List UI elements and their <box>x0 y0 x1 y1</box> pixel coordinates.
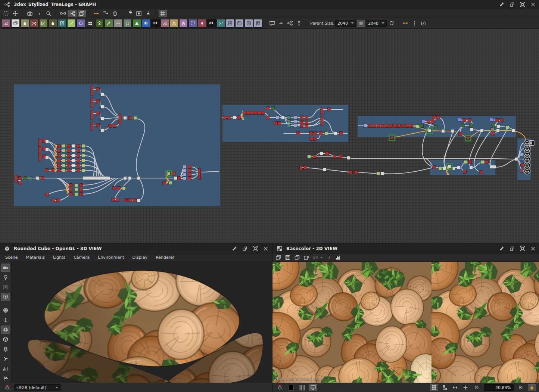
geometry-cube-uv-button[interactable] <box>1 335 10 343</box>
shape-node-button[interactable] <box>77 19 85 28</box>
maximize-icon[interactable] <box>252 246 258 252</box>
display-gamma-button[interactable] <box>309 384 317 391</box>
node-info-button[interactable]: i <box>35 10 43 17</box>
dot-link-button[interactable] <box>92 10 100 17</box>
dot-node-tool-button[interactable] <box>277 20 285 27</box>
geometry-fan-button[interactable] <box>1 355 10 363</box>
connect-nodes-button[interactable] <box>401 20 409 27</box>
light-node-button[interactable] <box>105 19 113 28</box>
search-button[interactable] <box>44 10 53 17</box>
graph-view-button[interactable] <box>68 10 77 17</box>
pin-tool-button[interactable] <box>295 20 303 27</box>
grayscale-conversion-node-button[interactable]: 01 <box>151 19 160 28</box>
geometry-plane-button[interactable] <box>1 345 10 353</box>
physical-size-button[interactable] <box>440 384 449 391</box>
scene-statistics-button[interactable] <box>1 364 10 373</box>
move-tool-button[interactable] <box>11 10 19 17</box>
render-settings-button[interactable] <box>1 293 10 301</box>
close-icon[interactable] <box>263 246 269 252</box>
warning-node-button[interactable] <box>170 19 178 28</box>
float-icon[interactable] <box>242 246 248 252</box>
view3d-render-canvas[interactable] <box>12 261 272 383</box>
pixel-processor-node-button[interactable] <box>235 19 244 28</box>
curve-node-button[interactable] <box>161 19 169 28</box>
float-icon[interactable] <box>509 1 515 7</box>
pyramid-node-button[interactable] <box>133 19 141 28</box>
fit-view-button[interactable] <box>451 384 459 391</box>
geometry-axes-button[interactable] <box>1 316 10 324</box>
elbow-connector-button[interactable] <box>102 10 110 17</box>
parent-size-width-select[interactable]: 2048 <box>335 20 356 27</box>
snap-frame-button[interactable] <box>419 20 427 27</box>
pin-icon[interactable] <box>499 1 505 7</box>
menu-display[interactable]: Display <box>133 255 148 260</box>
stack-view-button[interactable] <box>78 10 86 17</box>
splatter-node-button[interactable] <box>216 19 225 28</box>
camera-mode-button[interactable] <box>1 264 10 272</box>
copy-image-button[interactable] <box>293 254 301 261</box>
background-black-button[interactable] <box>287 384 295 391</box>
paint-node-button[interactable] <box>198 19 206 28</box>
clean-tool-button[interactable] <box>144 10 152 17</box>
color-layers-icon[interactable] <box>3 384 11 391</box>
compute-timer-button[interactable] <box>111 10 119 17</box>
transform-view-button[interactable] <box>302 254 311 261</box>
levels-node-button[interactable] <box>39 19 48 28</box>
pin-icon[interactable] <box>231 246 237 252</box>
view2d-texture-canvas[interactable] <box>272 262 539 383</box>
link-size-button[interactable] <box>357 20 365 27</box>
maximize-icon[interactable] <box>520 1 526 7</box>
value-processor-node-button[interactable] <box>254 19 262 28</box>
light-mode-button[interactable] <box>1 273 10 281</box>
view2d-viewport[interactable]: 2048 x 2048 (RGBA, 8bpc) <box>272 262 539 383</box>
hsl-node-button[interactable] <box>142 19 150 28</box>
menu-materials[interactable]: Materials <box>26 255 45 260</box>
selection-node-button[interactable] <box>189 19 197 28</box>
comment-button[interactable] <box>268 20 276 27</box>
bitmap-node-button[interactable] <box>2 19 10 28</box>
lock-zoom-button[interactable] <box>528 384 536 391</box>
tiling-grid-button[interactable] <box>430 384 438 391</box>
tools-button[interactable] <box>125 10 134 17</box>
menu-lights[interactable]: Lights <box>53 255 65 260</box>
view3d-viewport[interactable] <box>12 261 272 383</box>
blur-node-button[interactable] <box>21 19 29 28</box>
parent-size-height-select[interactable]: 2048 <box>366 20 387 27</box>
zoom-out-button[interactable] <box>473 384 481 391</box>
link-nodes-button[interactable] <box>59 10 67 17</box>
zoom-in-button[interactable] <box>517 384 525 391</box>
geometry-cube-button[interactable] <box>1 326 10 334</box>
thumbnail-view-button[interactable] <box>135 10 143 17</box>
channels-layers-button[interactable] <box>275 384 284 391</box>
safe-transform-node-button[interactable] <box>123 19 132 28</box>
image-information-button[interactable]: i <box>325 254 333 261</box>
subgraph-button[interactable] <box>286 20 294 27</box>
tile-sampler-node-button[interactable] <box>86 19 94 28</box>
histogram-button[interactable] <box>334 254 342 261</box>
frame-grid-button[interactable] <box>159 10 167 17</box>
directional-warp-node-button[interactable] <box>30 19 38 28</box>
reset-size-button[interactable] <box>387 20 396 27</box>
background-stripes-button[interactable] <box>298 384 306 391</box>
marquee-select-button[interactable] <box>2 10 10 17</box>
maximize-icon[interactable] <box>520 246 526 252</box>
svg-node-button[interactable] <box>226 19 234 28</box>
screenshot-button[interactable] <box>26 10 34 17</box>
menu-scene[interactable]: Scene <box>5 255 18 260</box>
close-icon[interactable] <box>530 246 536 252</box>
save-image-button[interactable] <box>284 254 292 261</box>
align-vertical-button[interactable] <box>410 20 418 27</box>
close-icon[interactable] <box>530 1 536 7</box>
warp-node-button[interactable] <box>49 19 57 28</box>
bitdepth-node-button[interactable]: 0̸1 <box>207 19 216 28</box>
fx-map-node-button[interactable] <box>244 19 253 28</box>
environment-image-button[interactable] <box>1 283 10 291</box>
new-view-button[interactable] <box>274 254 283 261</box>
float-icon[interactable] <box>509 246 515 252</box>
menu-renderer[interactable]: Renderer <box>156 255 174 260</box>
normal-node-button[interactable] <box>95 19 104 28</box>
blend-node-button[interactable] <box>11 19 20 28</box>
dot-node-button[interactable] <box>114 19 122 28</box>
menu-camera[interactable]: Camera <box>74 255 90 260</box>
zoom-level-field[interactable]: 20.83% <box>484 384 514 391</box>
